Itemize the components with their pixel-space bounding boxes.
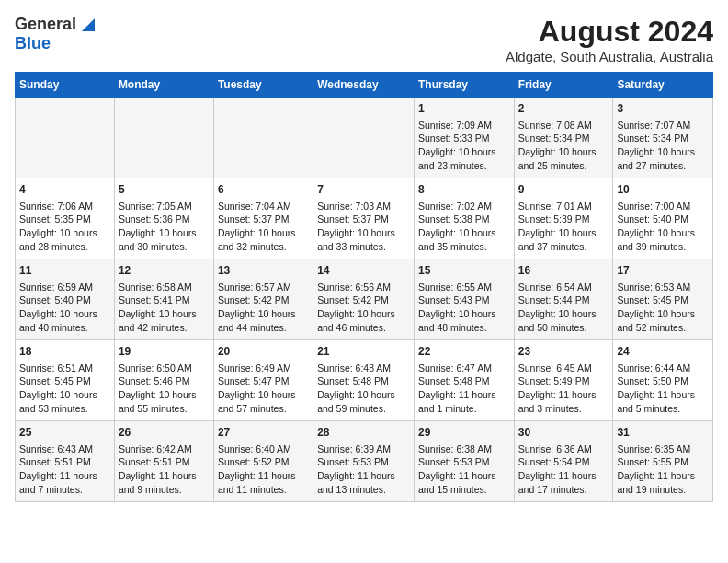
header-day-thursday: Thursday (414, 73, 514, 98)
day-number: 26 (119, 425, 210, 441)
cell-content: Daylight: 11 hours and 7 minutes. (19, 469, 110, 496)
cell-content: Sunset: 5:45 PM (617, 293, 709, 307)
calendar-cell: 17Sunrise: 6:53 AMSunset: 5:45 PMDayligh… (613, 259, 713, 340)
cell-content: Daylight: 10 hours and 52 minutes. (617, 307, 709, 334)
logo-icon (78, 18, 95, 31)
page-header: General Blue August 2024 Aldgate, South … (15, 15, 713, 64)
cell-content: Sunrise: 6:38 AM (418, 442, 510, 456)
day-number: 7 (317, 182, 410, 198)
day-number: 17 (617, 263, 709, 279)
calendar-cell (213, 98, 313, 178)
logo-general-text: General (15, 15, 76, 34)
cell-content: Sunset: 5:46 PM (119, 374, 210, 388)
calendar-cell: 10Sunrise: 7:00 AMSunset: 5:40 PMDayligh… (613, 178, 713, 259)
logo: General Blue (15, 15, 95, 53)
cell-content: Sunset: 5:38 PM (418, 213, 510, 226)
cell-content: Sunset: 5:42 PM (218, 293, 309, 307)
day-number: 22 (418, 344, 510, 360)
day-number: 19 (119, 344, 210, 360)
cell-content: Sunset: 5:48 PM (317, 374, 410, 388)
title-section: August 2024 Aldgate, South Australia, Au… (506, 15, 713, 64)
week-row-5: 25Sunrise: 6:43 AMSunset: 5:51 PMDayligh… (16, 421, 713, 502)
cell-content: Sunset: 5:37 PM (218, 213, 309, 226)
cell-content: Daylight: 10 hours and 35 minutes. (418, 226, 510, 253)
day-number: 20 (218, 344, 309, 360)
day-number: 1 (418, 101, 510, 117)
cell-content: Sunrise: 6:58 AM (119, 281, 210, 294)
day-number: 31 (617, 425, 709, 441)
cell-content: Sunset: 5:34 PM (518, 132, 609, 145)
cell-content: Daylight: 10 hours and 48 minutes. (418, 307, 510, 334)
cell-content: Sunset: 5:35 PM (19, 213, 110, 226)
cell-content: Sunset: 5:39 PM (518, 213, 609, 226)
cell-content: Daylight: 10 hours and 27 minutes. (617, 145, 709, 172)
cell-content: Daylight: 11 hours and 15 minutes. (418, 469, 510, 496)
calendar-cell: 13Sunrise: 6:57 AMSunset: 5:42 PMDayligh… (213, 259, 313, 340)
cell-content: Sunset: 5:40 PM (19, 293, 110, 307)
cell-content: Daylight: 10 hours and 30 minutes. (119, 226, 210, 253)
cell-content: Sunrise: 6:50 AM (119, 362, 210, 375)
cell-content: Daylight: 10 hours and 39 minutes. (617, 226, 709, 253)
day-number: 8 (418, 182, 510, 198)
calendar-cell: 24Sunrise: 6:44 AMSunset: 5:50 PMDayligh… (613, 340, 713, 421)
cell-content: Daylight: 10 hours and 42 minutes. (119, 307, 210, 334)
day-number: 4 (19, 182, 110, 198)
cell-content: Sunset: 5:53 PM (418, 455, 510, 469)
calendar-cell: 12Sunrise: 6:58 AMSunset: 5:41 PMDayligh… (114, 259, 213, 340)
day-number: 11 (19, 263, 110, 279)
calendar-cell: 29Sunrise: 6:38 AMSunset: 5:53 PMDayligh… (414, 421, 514, 502)
calendar-cell: 21Sunrise: 6:48 AMSunset: 5:48 PMDayligh… (313, 340, 415, 421)
cell-content: Sunrise: 6:40 AM (218, 442, 309, 456)
cell-content: Daylight: 10 hours and 59 minutes. (317, 388, 410, 415)
cell-content: Sunset: 5:51 PM (119, 455, 210, 469)
cell-content: Sunset: 5:47 PM (218, 374, 309, 388)
cell-content: Sunrise: 6:44 AM (617, 362, 709, 375)
cell-content: Sunset: 5:43 PM (418, 293, 510, 307)
day-number: 9 (518, 182, 609, 198)
cell-content: Sunset: 5:51 PM (19, 455, 110, 469)
cell-content: Sunset: 5:36 PM (119, 213, 210, 226)
week-row-2: 4Sunrise: 7:06 AMSunset: 5:35 PMDaylight… (16, 178, 713, 259)
header-day-monday: Monday (114, 73, 213, 98)
calendar-cell: 20Sunrise: 6:49 AMSunset: 5:47 PMDayligh… (213, 340, 313, 421)
cell-content: Sunset: 5:37 PM (317, 213, 410, 226)
cell-content: Sunrise: 6:57 AM (218, 281, 309, 294)
cell-content: Daylight: 10 hours and 53 minutes. (19, 388, 110, 415)
day-number: 12 (119, 263, 210, 279)
week-row-1: 1Sunrise: 7:09 AMSunset: 5:33 PMDaylight… (16, 98, 713, 178)
day-number: 10 (617, 182, 709, 198)
calendar-cell: 19Sunrise: 6:50 AMSunset: 5:46 PMDayligh… (114, 340, 213, 421)
cell-content: Sunset: 5:48 PM (418, 374, 510, 388)
cell-content: Sunset: 5:33 PM (418, 132, 510, 145)
header-day-tuesday: Tuesday (213, 73, 313, 98)
calendar-cell: 8Sunrise: 7:02 AMSunset: 5:38 PMDaylight… (414, 178, 514, 259)
calendar-cell: 9Sunrise: 7:01 AMSunset: 5:39 PMDaylight… (514, 178, 613, 259)
calendar-cell: 26Sunrise: 6:42 AMSunset: 5:51 PMDayligh… (114, 421, 213, 502)
cell-content: Sunrise: 6:47 AM (418, 362, 510, 375)
cell-content: Sunset: 5:53 PM (317, 455, 410, 469)
cell-content: Daylight: 11 hours and 9 minutes. (119, 469, 210, 496)
calendar-cell (16, 98, 115, 178)
cell-content: Daylight: 10 hours and 40 minutes. (19, 307, 110, 334)
cell-content: Daylight: 10 hours and 32 minutes. (218, 226, 309, 253)
cell-content: Sunrise: 6:53 AM (617, 281, 709, 294)
cell-content: Sunrise: 7:03 AM (317, 200, 410, 213)
day-number: 18 (19, 344, 110, 360)
cell-content: Sunset: 5:52 PM (218, 455, 309, 469)
calendar-table: SundayMondayTuesdayWednesdayThursdayFrid… (15, 72, 713, 502)
header-day-sunday: Sunday (16, 73, 115, 98)
week-row-4: 18Sunrise: 6:51 AMSunset: 5:45 PMDayligh… (16, 340, 713, 421)
svg-marker-0 (82, 18, 95, 31)
calendar-cell: 28Sunrise: 6:39 AMSunset: 5:53 PMDayligh… (313, 421, 415, 502)
calendar-cell: 25Sunrise: 6:43 AMSunset: 5:51 PMDayligh… (16, 421, 115, 502)
day-number: 21 (317, 344, 410, 360)
cell-content: Daylight: 10 hours and 55 minutes. (119, 388, 210, 415)
day-number: 29 (418, 425, 510, 441)
cell-content: Daylight: 11 hours and 1 minute. (418, 388, 510, 415)
calendar-cell: 4Sunrise: 7:06 AMSunset: 5:35 PMDaylight… (16, 178, 115, 259)
cell-content: Sunrise: 6:59 AM (19, 281, 110, 294)
calendar-cell: 1Sunrise: 7:09 AMSunset: 5:33 PMDaylight… (414, 98, 514, 178)
cell-content: Sunrise: 6:36 AM (518, 442, 609, 456)
header-day-friday: Friday (514, 73, 613, 98)
cell-content: Sunset: 5:34 PM (617, 132, 709, 145)
